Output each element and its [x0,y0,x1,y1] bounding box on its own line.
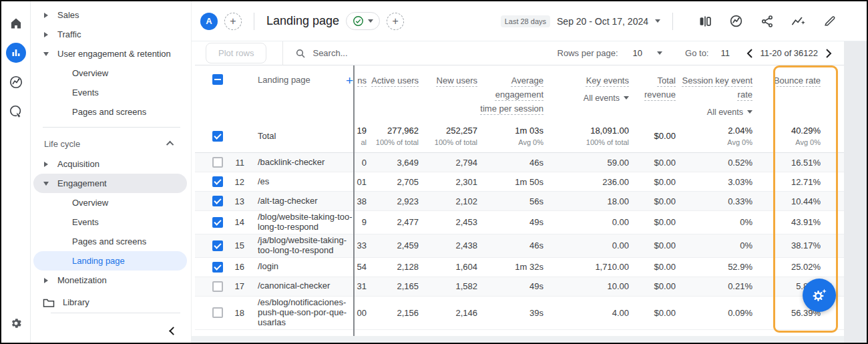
avatar[interactable]: A [200,13,218,30]
collapse-sidebar-button[interactable] [170,326,176,336]
session-rate-filter[interactable]: All events [676,106,752,119]
row-checkbox[interactable] [212,240,223,251]
sidebar-item-label: Overview [72,68,108,78]
sidebar-item-monetization[interactable]: Monetization [31,271,191,290]
table-row[interactable]: 18 /es/blog/notificaciones-push-que-son-… [195,297,844,330]
date-range[interactable]: Sep 20 - Oct 17, 2024 [557,16,648,27]
table-row[interactable]: 17 /canonical-checker 31 2,165 1,582 49s… [195,277,844,297]
avg-engagement-cell: 46s [477,158,544,168]
select-all-checkbox[interactable] [212,74,223,85]
table-row[interactable]: 11 /backlink-checker 0 3,649 2,794 46s 5… [195,153,844,172]
session-rate-cell: 0.33% [676,196,752,206]
admin-settings-icon[interactable] [6,313,26,333]
column-header-avg-engagement[interactable]: Average engagement time per session [480,75,544,114]
search-input[interactable] [312,48,459,58]
insights-sparkle-icon[interactable] [791,15,806,28]
goto-label: Go to: [685,48,708,58]
reports-icon[interactable] [6,43,26,63]
landing-page-cell: /es [244,177,353,187]
column-header-bounce-rate[interactable]: Bounce rate [774,75,821,85]
session-rate-cell: 0.21% [676,281,752,291]
sidebar-item-sales[interactable]: Sales [31,5,191,25]
sidebar-item-user-engagement-retention[interactable]: User engagement & retention [31,44,191,63]
plot-rows-button[interactable]: Plot rows [206,43,266,63]
column-header-active-users[interactable]: Active users [371,75,419,85]
row-checkbox[interactable] [212,196,223,206]
avg-engagement-cell: 1m 50s [477,177,544,187]
sidebar-item-acquisition[interactable]: Acquisition [31,154,191,174]
scroll-gutter[interactable] [844,41,868,343]
report-nav-sidebar: Sales Traffic User engagement & retentio… [31,1,192,343]
new-users-cell: 2,453 [419,217,477,227]
sidebar-item-overview-engagement[interactable]: Overview [31,193,191,212]
add-report-tab-button[interactable]: + [387,13,404,30]
key-events-filter[interactable]: All events [544,92,629,105]
rows-per-page-value[interactable]: 10 [633,48,642,58]
sidebar-section-life-cycle[interactable]: Life cycle [31,133,191,154]
total-row-checkbox[interactable] [212,131,223,142]
column-header-session-key-event-rate[interactable]: Session key event rate [682,75,752,100]
sidebar-item-engagement[interactable]: Engagement [33,174,187,193]
sidebar-item-library[interactable]: Library [31,293,191,312]
landing-page-cell: /canonical-checker [244,281,353,291]
active-users-cell: 2,459 [367,240,419,250]
sidebar-item-pages-screens-engagement[interactable]: Pages and screens [31,232,191,251]
goto-page-input[interactable] [721,48,738,58]
session-rate-cell: 0% [676,217,752,227]
total-revenue-cell: $0.00 [629,281,676,291]
comparison-icon[interactable] [698,15,712,28]
row-checkbox[interactable] [212,176,223,187]
sidebar-item-landing-page-selected[interactable]: Landing page [33,251,187,271]
chevron-down-icon[interactable] [657,51,662,55]
table-row[interactable]: 12 /es 01 2,705 2,301 1m 50s 236.00 $0.0… [195,172,844,192]
row-checkbox[interactable] [212,157,223,168]
row-checkbox[interactable] [212,262,223,273]
row-checkbox[interactable] [212,281,223,292]
previous-page-button[interactable] [744,49,755,58]
sessions-cell-clipped: 38 [353,196,367,206]
column-header-landing-page[interactable]: Landing page [258,75,310,85]
sidebar-item-traffic[interactable]: Traffic [31,25,191,44]
total-label: Total [244,131,353,141]
table-row[interactable]: 14 /blog/website-taking-too-long-to-resp… [195,211,844,234]
sidebar-item-overview-engagement-retention[interactable]: Overview [31,63,191,83]
data-quality-badge[interactable] [346,12,380,30]
sidebar-item-pages-screens-engagement-retention[interactable]: Pages and screens [31,102,191,122]
column-header-key-events[interactable]: Key events [586,75,629,85]
add-comparison-button[interactable]: + [224,13,242,30]
new-users-cell: 1,582 [419,281,477,291]
report-header: A + Landing page + Last 28 days Sep 20 -… [192,1,867,41]
row-checkbox[interactable] [212,307,223,318]
total-key-events: 18,091.00 [544,126,629,136]
row-checkbox[interactable] [212,217,223,228]
share-icon[interactable] [761,15,774,28]
collapse-icon [43,182,49,186]
analytics-assistant-fab[interactable] [803,279,836,312]
bounce-rate-cell: 25.02% [752,262,821,272]
next-page-button[interactable] [823,49,835,58]
key-events-cell: 236.00 [544,177,629,187]
edit-pencil-icon[interactable] [823,15,836,27]
table-header-row: Landing page + ns Active users New users… [195,65,844,120]
insights-icon[interactable] [729,14,743,28]
column-header-total-revenue[interactable]: Total revenue [644,75,676,100]
chevron-down-icon[interactable] [655,19,660,23]
table-row[interactable]: 13 /alt-tag-checker 38 2,923 2,102 56s 1… [195,192,844,211]
add-dimension-icon[interactable]: + [346,74,353,87]
explore-icon[interactable] [6,72,26,92]
sidebar-item-events-engagement-retention[interactable]: Events [31,83,191,102]
sessions-cell-clipped: 9 [353,217,367,227]
table-row[interactable]: 15 /ja/blog/website-taking-too-long-to-r… [195,234,844,258]
main-area: A + Landing page + Last 28 days Sep 20 -… [192,1,867,343]
total-revenue-cell: $0.00 [629,240,676,250]
column-header-sessions-clipped[interactable]: ns [357,75,367,85]
column-resize-divider[interactable] [353,65,355,336]
sidebar-divider [51,313,180,313]
sidebar-item-events-engagement[interactable]: Events [31,212,191,232]
home-icon[interactable] [6,13,26,33]
table-row[interactable]: 16 /login 54 2,128 1,604 1m 32s 1,710.00… [195,258,844,277]
column-header-new-users[interactable]: New users [437,75,477,85]
left-icon-rail [1,1,31,343]
total-bounce-rate: 40.29% [752,126,821,136]
advertising-icon[interactable] [6,102,26,122]
